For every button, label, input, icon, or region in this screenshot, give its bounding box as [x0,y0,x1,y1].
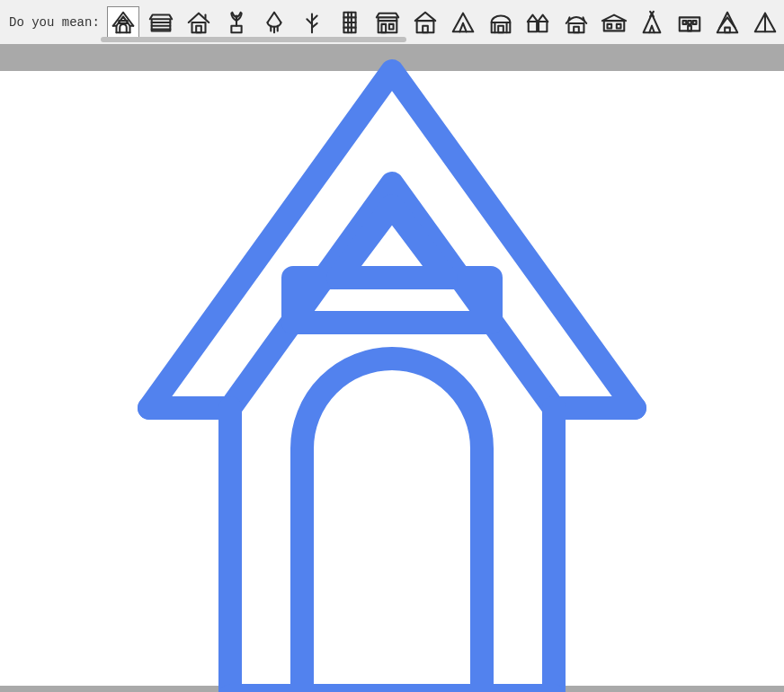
svg-rect-57 [688,21,691,24]
suggestion-options-row [107,6,781,39]
teepee-icon [638,9,665,36]
thatched-hut-icon [563,9,590,36]
branch-icon [298,9,325,36]
option-hut-a[interactable] [409,6,441,39]
svg-rect-59 [688,25,691,31]
option-yurt[interactable] [485,6,517,39]
svg-rect-9 [196,25,201,32]
tent-b-icon [752,9,779,36]
svg-rect-31 [389,23,394,29]
option-shed[interactable] [145,6,177,39]
toolbar-prompt: Do you mean: [9,15,100,30]
svg-line-14 [274,12,281,22]
svg-rect-44 [574,26,579,32]
option-tent-b[interactable] [749,6,781,39]
drawing-canvas[interactable] [0,71,784,686]
row-houses-icon [525,9,552,36]
option-doghouse-a[interactable] [107,6,139,39]
option-potted-plant[interactable] [220,6,253,39]
storefront-icon [374,9,401,36]
option-house[interactable] [183,6,215,39]
svg-line-35 [459,22,463,31]
chalet-icon [714,9,741,36]
option-storefront[interactable] [371,6,404,39]
svg-rect-42 [539,22,547,31]
shed-icon [147,9,174,36]
svg-marker-50 [643,13,660,32]
flat-building-icon [676,9,703,36]
potted-plant-icon [223,9,250,36]
option-row-houses[interactable] [522,6,555,39]
svg-rect-56 [682,21,686,24]
option-building-tall[interactable] [334,6,366,39]
tent-a-icon [450,9,477,36]
hut-a-icon [412,9,439,36]
svg-rect-30 [381,23,386,31]
svg-rect-43 [568,22,584,31]
toolbar-scrollbar-thumb[interactable] [101,37,406,42]
yurt-icon [487,9,514,36]
svg-line-13 [267,12,274,22]
option-teepee[interactable] [636,6,668,39]
svg-rect-33 [423,25,428,32]
svg-rect-41 [529,22,537,31]
option-hanging-plant[interactable] [258,6,290,39]
suggestion-toolbar: Do you mean: [0,0,784,44]
svg-marker-60 [717,12,738,32]
svg-rect-11 [231,25,241,32]
option-bungalow[interactable] [598,6,630,39]
bungalow-icon [601,9,628,36]
drawing-doghouse-icon [113,49,671,692]
doghouse-a-icon [110,9,137,36]
svg-rect-49 [617,23,621,28]
option-flat-building[interactable] [673,6,706,39]
svg-rect-8 [192,22,205,32]
svg-line-54 [652,25,655,32]
option-tent-a[interactable] [447,6,479,39]
building-tall-icon [336,9,363,36]
option-chalet[interactable] [711,6,744,39]
svg-line-36 [463,22,467,31]
svg-rect-58 [693,21,697,24]
toolbar-scrollbar[interactable] [101,37,784,42]
option-branch[interactable] [296,6,328,39]
option-thatched-hut[interactable] [560,6,592,39]
svg-rect-61 [725,27,730,32]
house-icon [185,9,212,36]
hanging-plant-icon [261,9,288,36]
svg-rect-38 [498,25,503,32]
svg-rect-48 [607,23,611,28]
